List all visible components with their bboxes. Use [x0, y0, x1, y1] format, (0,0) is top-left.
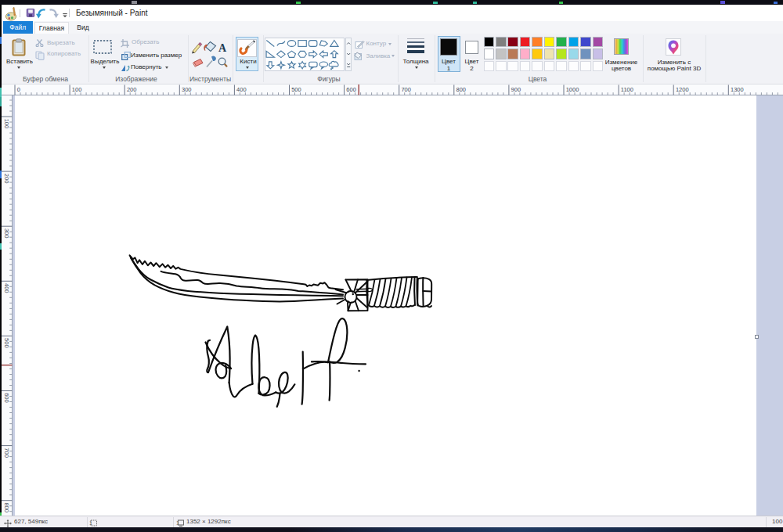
- svg-text:400: 400: [236, 86, 247, 93]
- svg-text:1300: 1300: [731, 86, 744, 93]
- svg-text:400: 400: [3, 283, 10, 293]
- svg-text:1200: 1200: [676, 86, 689, 93]
- svg-text:A: A: [218, 42, 227, 54]
- svg-text:800: 800: [456, 86, 467, 93]
- svg-text:1: 1: [89, 520, 92, 526]
- svg-text:0: 0: [17, 86, 20, 93]
- svg-text:700: 700: [401, 86, 411, 93]
- svg-text:100: 100: [72, 86, 82, 93]
- svg-text:300: 300: [182, 86, 192, 93]
- svg-text:700: 700: [3, 448, 10, 458]
- svg-text:1: 1: [176, 520, 179, 526]
- svg-text:100: 100: [3, 118, 10, 128]
- svg-text:500: 500: [291, 86, 301, 93]
- svg-text:800: 800: [3, 502, 10, 512]
- svg-text:600: 600: [346, 86, 356, 93]
- svg-text:900: 900: [511, 86, 521, 93]
- svg-text:300: 300: [3, 228, 10, 238]
- svg-text:200: 200: [3, 173, 10, 183]
- svg-text:600: 600: [3, 393, 10, 403]
- svg-text:1100: 1100: [621, 86, 633, 93]
- svg-text:500: 500: [3, 338, 10, 348]
- svg-text:1000: 1000: [566, 86, 579, 93]
- svg-text:200: 200: [127, 86, 137, 93]
